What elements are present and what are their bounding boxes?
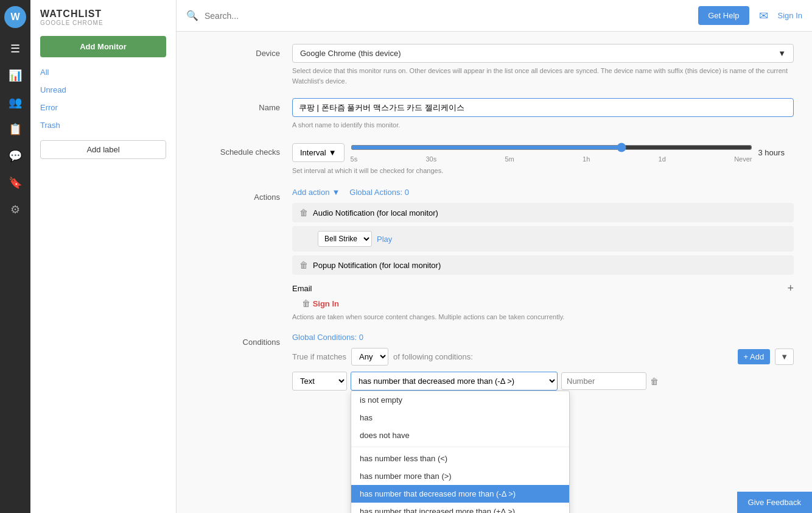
- give-feedback-button[interactable]: Give Feedback: [737, 492, 812, 513]
- tick-never: Never: [734, 155, 752, 163]
- dropdown-item-has[interactable]: has: [351, 409, 569, 426]
- left-panel: WATCHLIST GOOGLE CHROME Add Monitor All …: [30, 0, 177, 513]
- tick-1h: 1h: [583, 155, 590, 163]
- schedule-hint: Set interval at which it will be checked…: [292, 166, 794, 176]
- slider-wrap: 5s 30s 5m 1h 1d Never: [351, 143, 752, 163]
- device-select[interactable]: Google Chrome (this device) ▼: [292, 44, 794, 63]
- email-row: Email +: [292, 278, 794, 299]
- search-input[interactable]: [205, 11, 692, 21]
- sidebar-icon-list[interactable]: ☰: [3, 37, 27, 61]
- dropdown-item-increased-more-than[interactable]: has number that increased more than (+Δ …: [351, 503, 569, 513]
- icon-sidebar: W ☰ 📊 👥 📋 💬 🔖 ⚙: [0, 0, 30, 513]
- sidebar-icon-docs[interactable]: 📋: [3, 117, 27, 141]
- sidebar-icon-chat[interactable]: 💬: [3, 144, 27, 168]
- dropdown-item-decreased-more-than[interactable]: has number that decreased more than (-Δ …: [351, 485, 569, 503]
- of-following-label: of following conditions:: [393, 352, 473, 361]
- device-label: Device: [195, 44, 292, 58]
- content-area: Device Google Chrome (this device) ▼ Sel…: [177, 32, 812, 513]
- dropdown-item-more-than[interactable]: has number more than (>): [351, 467, 569, 485]
- left-panel-header: WATCHLIST GOOGLE CHROME: [30, 0, 176, 30]
- actions-label: Actions: [195, 188, 292, 202]
- popup-notification-item: 🗑 Popup Notification (for local monitor): [292, 255, 794, 275]
- name-hint: A short name to identify this monitor.: [292, 120, 794, 130]
- interval-label: Interval: [300, 148, 326, 157]
- search-icon: 🔍: [186, 10, 198, 21]
- app-logo[interactable]: W: [4, 6, 26, 28]
- actions-footer: Actions are taken when source content ch…: [292, 313, 794, 320]
- trash-icon-condition[interactable]: 🗑: [650, 377, 659, 386]
- email-label: Email: [292, 284, 312, 293]
- bell-select-row: Bell Strike Chime Alert Play: [292, 226, 794, 252]
- actions-content: Add action ▼ Global Actions: 0 🗑 Audio N…: [292, 188, 794, 320]
- schedule-slider[interactable]: [351, 143, 752, 152]
- name-input[interactable]: [292, 98, 794, 117]
- bell-select[interactable]: Bell Strike Chime Alert: [318, 231, 372, 247]
- app-subtitle: GOOGLE CHROME: [40, 19, 166, 26]
- conditions-row: Conditions Global Conditions: 0 True if …: [195, 333, 794, 513]
- audio-notification-item: 🗑 Audio Notification (for local monitor): [292, 203, 794, 222]
- dropdown-item-is-not-empty[interactable]: is not empty: [351, 391, 569, 409]
- interval-chevron-icon: ▼: [329, 148, 337, 157]
- add-monitor-button[interactable]: Add Monitor: [40, 36, 166, 57]
- mail-icon[interactable]: ✉: [759, 9, 768, 23]
- tick-5m: 5m: [505, 155, 514, 163]
- audio-notification-label: Audio Notification (for local monitor): [313, 208, 438, 218]
- sign-in-link[interactable]: Sign In: [313, 299, 339, 308]
- condition-text-select[interactable]: Text: [292, 372, 347, 391]
- actions-header: Add action ▼ Global Actions: 0: [292, 188, 794, 197]
- tick-5s: 5s: [351, 155, 358, 163]
- any-select[interactable]: Any: [351, 348, 388, 366]
- name-row: Name A short name to identify this monit…: [195, 98, 794, 130]
- schedule-row: Schedule checks Interval ▼ 5s 30s 5m 1h: [195, 143, 794, 176]
- device-hint: Select device that this monitor runs on.…: [292, 66, 794, 86]
- true-if-label: True if matches: [292, 352, 346, 361]
- sidebar-item-all[interactable]: All: [30, 63, 176, 81]
- tick-30s: 30s: [425, 155, 436, 163]
- signin-link[interactable]: Sign In: [778, 11, 802, 20]
- dropdown-item-less-than[interactable]: has number less than (<): [351, 450, 569, 467]
- sidebar-icon-chart[interactable]: 📊: [3, 63, 27, 88]
- trash-icon-popup[interactable]: 🗑: [299, 260, 308, 270]
- slider-labels: 5s 30s 5m 1h 1d Never: [351, 155, 752, 163]
- device-row: Device Google Chrome (this device) ▼ Sel…: [195, 44, 794, 86]
- sidebar-icon-bookmark[interactable]: 🔖: [3, 171, 27, 195]
- sidebar-icon-settings[interactable]: ⚙: [3, 197, 27, 222]
- global-actions-link[interactable]: Global Actions: 0: [349, 188, 409, 197]
- sidebar-item-trash[interactable]: Trash: [30, 116, 176, 134]
- app-title: WATCHLIST: [40, 9, 166, 19]
- add-action-chevron-icon: ▼: [332, 188, 340, 197]
- main-area: 🔍 Get Help ✉ Sign In Device Google Chrom…: [177, 0, 812, 513]
- conditions-label: Conditions: [195, 333, 292, 347]
- popup-notification-label: Popup Notification (for local monitor): [313, 261, 441, 270]
- get-help-button[interactable]: Get Help: [698, 6, 749, 25]
- interval-button[interactable]: Interval ▼: [292, 143, 345, 162]
- actions-row: Actions Add action ▼ Global Actions: 0 🗑…: [195, 188, 794, 320]
- conditions-header: Global Conditions: 0: [292, 333, 794, 342]
- top-bar: 🔍 Get Help ✉ Sign In: [177, 0, 812, 32]
- schedule-content: Interval ▼ 5s 30s 5m 1h 1d Never: [292, 143, 794, 176]
- name-content: A short name to identify this monitor.: [292, 98, 794, 130]
- number-input[interactable]: [561, 372, 646, 390]
- add-label-button[interactable]: Add label: [40, 140, 166, 159]
- sidebar-item-unread[interactable]: Unread: [30, 81, 176, 99]
- add-condition-button[interactable]: + Add: [738, 349, 771, 364]
- condition-type-select[interactable]: has number that decreased more than (-Δ …: [351, 372, 558, 391]
- device-content: Google Chrome (this device) ▼ Select dev…: [292, 44, 794, 86]
- dropdown-item-does-not-have[interactable]: does not have: [351, 426, 569, 444]
- sidebar-nav: All Unread Error Trash: [30, 63, 176, 134]
- sidebar-icon-users[interactable]: 👥: [3, 90, 27, 115]
- condition-dropdown: is not empty has does not have has numbe…: [351, 391, 570, 513]
- sidebar-item-error[interactable]: Error: [30, 99, 176, 116]
- tick-1d: 1d: [659, 155, 666, 163]
- conditions-true-row: True if matches Any of following conditi…: [292, 348, 794, 366]
- condition-row-1: Text has number that decreased more than…: [292, 372, 794, 391]
- plus-icon[interactable]: +: [787, 282, 794, 295]
- sign-in-row: 🗑 Sign In: [292, 299, 794, 308]
- trash-icon-audio[interactable]: 🗑: [299, 208, 308, 218]
- device-value: Google Chrome (this device): [300, 49, 401, 58]
- play-link[interactable]: Play: [377, 235, 392, 244]
- global-conditions-link[interactable]: Global Conditions: 0: [292, 333, 363, 342]
- add-action-button[interactable]: Add action ▼: [292, 188, 340, 197]
- add-split-button[interactable]: ▼: [775, 348, 794, 365]
- trash-icon-email[interactable]: 🗑: [302, 299, 310, 308]
